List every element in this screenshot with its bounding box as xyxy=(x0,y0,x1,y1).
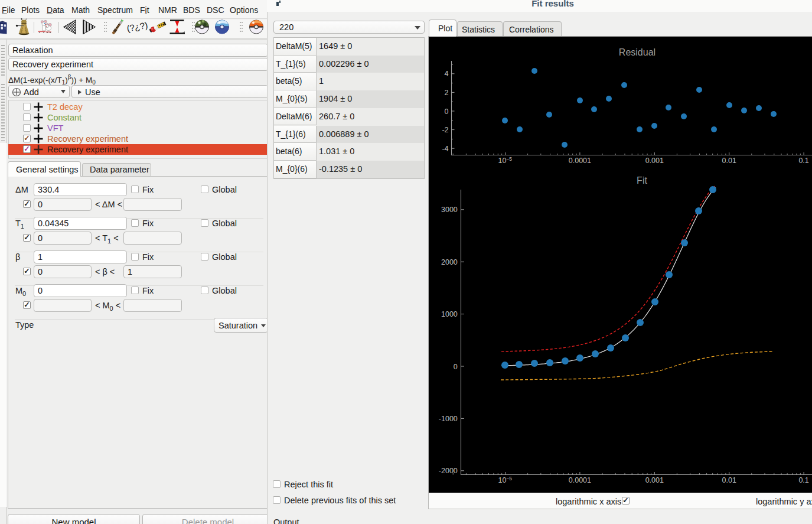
svg-text:2: 2 xyxy=(445,89,449,97)
svg-text:10−5: 10−5 xyxy=(498,156,513,165)
svg-text:0.01: 0.01 xyxy=(722,157,736,165)
svg-text:0.0001: 0.0001 xyxy=(569,157,591,165)
svg-text:1000: 1000 xyxy=(441,310,458,318)
svg-text:-1000: -1000 xyxy=(439,415,458,423)
svg-text:-2: -2 xyxy=(442,126,448,134)
svg-text:3000: 3000 xyxy=(441,206,458,214)
svg-text:0: 0 xyxy=(454,363,458,371)
svg-text:0.1: 0.1 xyxy=(798,157,808,165)
svg-text:0.0001: 0.0001 xyxy=(569,476,591,484)
svg-text:(?¿?): (?¿?) xyxy=(126,20,148,34)
svg-text:0.001: 0.001 xyxy=(645,157,664,165)
svg-text:Fit: Fit xyxy=(637,175,647,185)
svg-text:0: 0 xyxy=(445,108,449,116)
svg-text:0.001: 0.001 xyxy=(645,476,664,484)
svg-text:-2000: -2000 xyxy=(439,467,458,475)
svg-text:-4: -4 xyxy=(442,145,448,153)
svg-text:10−5: 10−5 xyxy=(498,476,513,484)
svg-text:0.1: 0.1 xyxy=(798,476,808,484)
svg-text:0.01: 0.01 xyxy=(722,476,736,484)
svg-text:Residual: Residual xyxy=(619,47,656,57)
svg-text:2000: 2000 xyxy=(441,258,458,266)
svg-text:4: 4 xyxy=(445,70,449,78)
